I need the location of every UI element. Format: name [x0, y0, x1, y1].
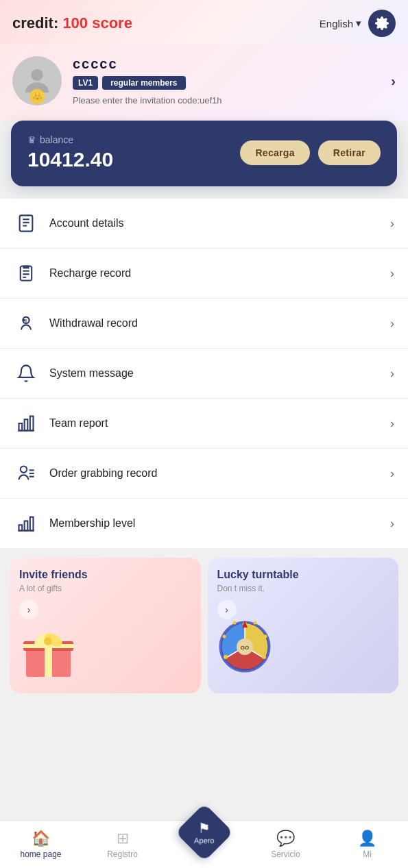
nav-servicio-label: Servicio [271, 850, 300, 859]
invite-friends-card[interactable]: Invite friends A lot of gifts › [10, 558, 201, 693]
lucky-turntable-subtitle: Don t miss it. [217, 584, 389, 593]
svg-rect-22 [30, 517, 34, 531]
chevron-right-icon: › [390, 367, 394, 381]
nav-servicio[interactable]: 💬 Servicio [245, 830, 326, 859]
svg-rect-12 [19, 423, 23, 431]
menu-label-system-message: System message [49, 367, 379, 380]
balance-info: ♛ balance 10412.40 [27, 134, 113, 171]
chevron-right-icon: › [390, 417, 394, 431]
person-list-icon [14, 461, 38, 486]
badges: LV1 regular members [73, 76, 380, 90]
menu-item-system-message[interactable]: System message › [0, 349, 408, 399]
header: credit: 100 score English ▾ [0, 0, 408, 44]
invite-friends-title: Invite friends [19, 569, 191, 581]
bottom-nav: 🏠 home page ⊞ Registro ⚑ Apero 💬 Servici… [0, 820, 408, 868]
lucky-turntable-arrow-button[interactable]: › [217, 600, 237, 619]
lucky-wheel-icon: GO [217, 619, 272, 674]
language-selector[interactable]: English ▾ [320, 17, 361, 29]
profile-section: 👑 ccccc LV1 regular members Please enter… [0, 44, 408, 121]
nav-apero[interactable]: ⚑ Apero [163, 824, 245, 865]
svg-point-39 [224, 655, 228, 659]
balance-actions: Recarga Retirar [240, 140, 381, 165]
menu-item-account-details[interactable]: Account details › [0, 199, 408, 249]
crown-icon: ♛ [27, 134, 36, 145]
chevron-right-icon: › [390, 517, 394, 531]
menu-label-order-grabbing: Order grabbing record [49, 467, 379, 480]
nav-home-label: home page [20, 850, 61, 859]
member-badge: regular members [102, 76, 185, 90]
home-icon: 🏠 [32, 830, 50, 847]
apero-center-button[interactable]: ⚑ Apero [175, 803, 233, 861]
mi-icon: 👤 [358, 830, 376, 847]
nav-registro[interactable]: ⊞ Registro [82, 830, 163, 859]
svg-rect-14 [30, 417, 34, 431]
chevron-right-icon: › [390, 317, 394, 331]
svg-point-42 [253, 621, 256, 625]
chevron-right-icon: › [390, 266, 394, 281]
nav-mi-label: Mi [363, 850, 372, 859]
recarga-button[interactable]: Recarga [240, 140, 309, 165]
profile-arrow-button[interactable]: › [391, 73, 396, 89]
menu-item-recharge-record[interactable]: Recharge record › [0, 249, 408, 299]
menu-item-membership-level[interactable]: Membership level › [0, 499, 408, 548]
lucky-turntable-card[interactable]: Lucky turntable Don t miss it. › GO [208, 558, 399, 693]
svg-rect-1 [20, 215, 33, 231]
svg-point-40 [263, 635, 267, 638]
bell-icon [14, 361, 38, 386]
invite-code: Please enter the invitation code:uef1h [73, 95, 380, 106]
menu-label-membership-level: Membership level [49, 517, 379, 530]
registro-icon: ⊞ [117, 830, 129, 847]
gift-box-icon [19, 619, 77, 681]
crown-badge: 👑 [29, 89, 45, 104]
menu-label-account-details: Account details [49, 217, 379, 230]
nav-home[interactable]: 🏠 home page [0, 830, 82, 859]
settings-button[interactable] [368, 10, 396, 37]
svg-point-41 [222, 635, 226, 638]
promo-section: Invite friends A lot of gifts › Lucky tu… [0, 558, 408, 748]
chevron-right-icon: › [390, 216, 394, 231]
withdrawal-icon: R [14, 311, 38, 336]
svg-point-43 [232, 621, 236, 625]
membership-chart-icon [14, 511, 38, 536]
svg-rect-20 [19, 525, 23, 530]
credit-display: credit: 100 score [12, 14, 132, 32]
level-badge: LV1 [73, 76, 98, 90]
header-right: English ▾ [320, 10, 396, 37]
menu-label-team-report: Team report [49, 417, 379, 430]
flag-icon: ⚑ [197, 819, 210, 836]
balance-card: ♛ balance 10412.40 Recarga Retirar [11, 121, 397, 186]
username: ccccc [73, 56, 380, 72]
svg-point-0 [31, 69, 43, 81]
chevron-right-icon: › [390, 467, 394, 481]
gear-icon [374, 16, 389, 31]
svg-point-30 [44, 637, 52, 645]
nav-registro-label: Registro [107, 850, 138, 859]
credit-score: 100 score [62, 14, 132, 32]
svg-text:GO: GO [240, 645, 248, 651]
avatar-wrap: 👑 [12, 56, 62, 106]
balance-label: ♛ balance [27, 134, 113, 145]
invite-friends-arrow-button[interactable]: › [19, 600, 38, 619]
document-icon [14, 211, 38, 236]
svg-text:R: R [23, 318, 27, 325]
menu-item-withdrawal-record[interactable]: R Withdrawal record › [0, 299, 408, 349]
chart-bar-icon [14, 411, 38, 436]
invite-friends-subtitle: A lot of gifts [19, 584, 191, 593]
profile-info: ccccc LV1 regular members Please enter t… [73, 56, 380, 106]
chevron-down-icon: ▾ [356, 17, 361, 29]
balance-amount: 10412.40 [27, 148, 113, 171]
menu-label-withdrawal-record: Withdrawal record [49, 317, 379, 330]
menu-label-recharge-record: Recharge record [49, 267, 379, 280]
svg-rect-13 [25, 419, 28, 430]
nav-mi[interactable]: 👤 Mi [326, 830, 408, 859]
menu-item-team-report[interactable]: Team report › [0, 399, 408, 449]
svg-point-16 [21, 467, 27, 473]
lucky-turntable-title: Lucky turntable [217, 569, 389, 581]
menu-list: Account details › Recharge record › R Wi… [0, 199, 408, 548]
nav-apero-label: Apero [194, 836, 214, 844]
svg-rect-21 [25, 521, 28, 531]
menu-item-order-grabbing[interactable]: Order grabbing record › [0, 449, 408, 499]
credit-label: credit: 100 score [12, 14, 132, 32]
retirar-button[interactable]: Retirar [318, 140, 381, 165]
clipboard-icon [14, 261, 38, 286]
